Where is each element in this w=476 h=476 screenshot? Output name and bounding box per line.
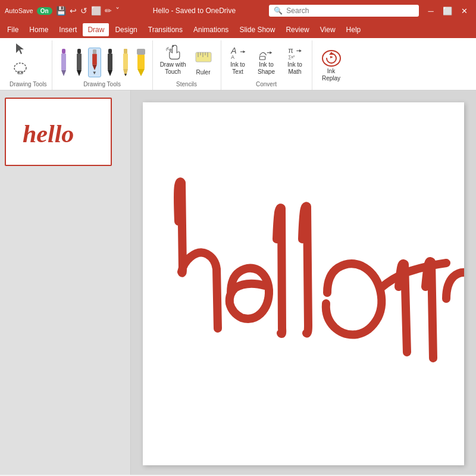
svg-text:hello: hello [23, 120, 74, 148]
svg-rect-16 [123, 54, 128, 69]
svg-marker-32 [243, 51, 245, 54]
search-box[interactable]: 🔍 [269, 5, 419, 17]
menu-help[interactable]: Help [342, 23, 366, 36]
slide-canvas[interactable] [143, 102, 464, 465]
svg-rect-13 [108, 54, 112, 70]
ink-replay-label: InkReplay [322, 68, 340, 82]
autosave-label: AutoSave [5, 7, 33, 14]
search-input[interactable] [286, 7, 414, 15]
ink-to-text-label: Ink toText [230, 61, 245, 76]
svg-text:∑x²: ∑x² [288, 55, 295, 60]
highlighter-button[interactable] [134, 48, 148, 77]
draw-touch-button[interactable]: Draw withTouch [158, 42, 189, 77]
draw-touch-label: Draw withTouch [160, 61, 186, 76]
svg-rect-36 [259, 57, 265, 60]
redo-icon[interactable]: ↺ [80, 6, 87, 15]
canvas-area [131, 90, 476, 475]
svg-text:A: A [231, 54, 234, 60]
pen-3-button[interactable]: ▼ [88, 48, 101, 77]
pen-mode-icon[interactable]: ✏ [105, 6, 112, 15]
svg-rect-6 [77, 49, 81, 54]
svg-rect-9 [93, 49, 96, 54]
pens-tools: ▼ [57, 42, 148, 80]
replay-tools: InkReplay [317, 42, 346, 86]
pen-3-dropdown[interactable]: ▼ [92, 70, 97, 76]
svg-marker-35 [270, 51, 272, 54]
save-icon[interactable]: 💾 [56, 6, 66, 15]
menu-slideshow[interactable]: Slide Show [234, 23, 280, 36]
slide-thumb-inner-1[interactable]: hello [5, 98, 112, 166]
menu-design[interactable]: Design [110, 23, 142, 36]
svg-marker-14 [108, 70, 112, 76]
svg-text:π: π [288, 46, 293, 55]
stencils-tools: Draw withTouch Ruler [158, 42, 216, 80]
ink-replay-button[interactable]: InkReplay [317, 48, 346, 84]
ink-to-math-label: Ink toMath [287, 61, 302, 76]
svg-marker-8 [77, 70, 82, 76]
menu-file[interactable]: File [2, 23, 23, 36]
svg-rect-19 [137, 49, 145, 55]
convert-items: A A Ink toText I [226, 42, 307, 80]
minimize-button[interactable]: ─ [424, 4, 438, 18]
svg-rect-3 [62, 49, 65, 54]
svg-rect-4 [61, 54, 66, 70]
arrow-select-button[interactable] [12, 42, 29, 57]
svg-marker-42 [330, 56, 333, 58]
menu-review[interactable]: Review [281, 23, 314, 36]
svg-rect-12 [108, 49, 112, 54]
document-title: Hello - Saved to OneDrive [124, 7, 265, 15]
title-bar: AutoSave On 💾 ↩ ↺ ⬜ ✏ ˅ Hello - Saved to… [0, 0, 476, 21]
pens-group: ▼ [52, 40, 153, 90]
menu-bar: File Home Insert Draw Design Transitions… [0, 21, 476, 38]
search-icon: 🔍 [274, 7, 283, 15]
menu-draw[interactable]: Draw [83, 23, 109, 36]
replay-group: InkReplay [312, 40, 350, 90]
ruler-label: Ruler [196, 69, 211, 76]
pencil-button[interactable] [119, 48, 132, 77]
select-tools-group: Drawing Tools [5, 40, 52, 90]
menu-view[interactable]: View [315, 23, 340, 36]
replay-label [317, 86, 346, 90]
convert-group: A A Ink toText I [221, 40, 312, 90]
svg-rect-20 [137, 55, 145, 69]
ink-to-text-button[interactable]: A A Ink toText [226, 42, 250, 77]
undo-icon[interactable]: ↩ [70, 6, 77, 15]
ruler-button[interactable]: Ruler [191, 42, 216, 77]
form-icon[interactable]: ⬜ [91, 6, 101, 15]
stencils-label: Stencils [158, 80, 216, 90]
pen-2-button[interactable] [73, 48, 86, 77]
svg-rect-7 [77, 54, 82, 70]
slide-thumbnail-1[interactable]: 1 hello [5, 98, 126, 166]
slide-panel: 1 hello [0, 90, 131, 475]
convert-label: Convert [226, 80, 307, 90]
main-area: 1 hello [0, 90, 476, 475]
menu-animations[interactable]: Animations [189, 23, 233, 36]
stencils-group: Draw withTouch Ruler Stencils [153, 40, 221, 90]
pen-4-button[interactable] [104, 48, 117, 77]
svg-marker-18 [124, 74, 127, 76]
title-bar-left: AutoSave On 💾 ↩ ↺ ⬜ ✏ ˅ [5, 6, 120, 15]
ink-to-shape-button[interactable]: Ink toShape [255, 42, 278, 77]
select-tools [10, 42, 31, 80]
menu-insert[interactable]: Insert [54, 23, 82, 36]
svg-point-22 [169, 49, 172, 52]
autosave-toggle[interactable]: On [37, 7, 52, 15]
svg-marker-11 [92, 65, 97, 70]
drawing-tools-label: Drawing Tools [10, 80, 47, 90]
svg-rect-10 [92, 54, 97, 65]
svg-marker-0 [16, 43, 24, 54]
lasso-select-button[interactable] [10, 59, 31, 78]
pen-1-button[interactable] [57, 48, 70, 77]
replay-circle-icon [322, 50, 341, 67]
menu-transitions[interactable]: Transitions [143, 23, 187, 36]
menu-home[interactable]: Home [24, 23, 53, 36]
more-icon[interactable]: ˅ [115, 6, 120, 15]
ink-to-math-button[interactable]: π ∑x² Ink toMath [283, 42, 307, 77]
restore-button[interactable]: ⬜ [440, 4, 455, 18]
ribbon: Drawing Tools [0, 38, 476, 90]
close-button[interactable]: ✕ [457, 4, 471, 18]
ink-to-shape-label: Ink toShape [258, 61, 275, 76]
window-controls: ─ ⬜ ✕ [424, 4, 471, 18]
drawing-tools-label2: Drawing Tools [57, 80, 148, 90]
svg-rect-15 [124, 49, 127, 54]
